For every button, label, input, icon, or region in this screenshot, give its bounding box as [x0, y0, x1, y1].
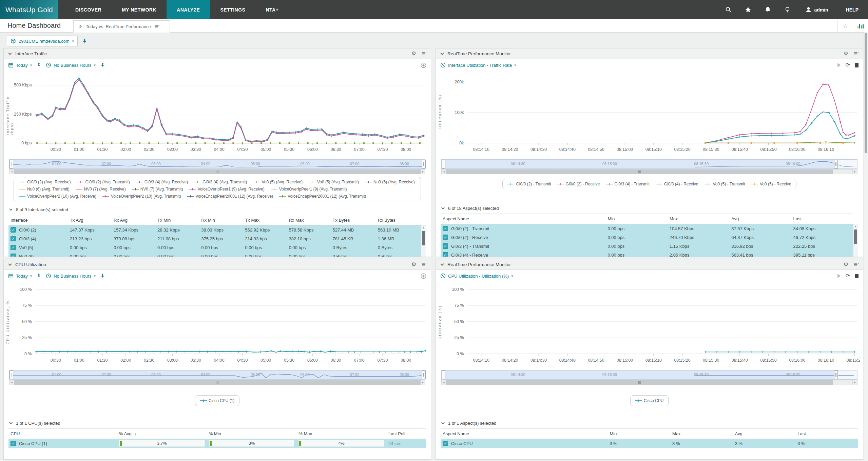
panel-menu-icon[interactable] — [422, 52, 427, 56]
legend-item[interactable]: Gi0/3 (4) - Transmit — [606, 181, 649, 187]
row-checkbox[interactable]: ✓ — [11, 236, 16, 241]
collapse-chevron-icon[interactable] — [440, 52, 444, 56]
legend-item[interactable]: VoiceEncapPeer20001 (12) (Avg. Transmit) — [279, 193, 366, 200]
business-hours-dropdown[interactable]: No Business Hours — [54, 63, 91, 68]
scrollbar-thumb[interactable] — [14, 380, 421, 385]
legend-item[interactable]: Vo0 (5) (Avg. Transmit) — [309, 179, 359, 185]
collapse-chevron-icon[interactable] — [8, 262, 12, 267]
row-checkbox[interactable]: ✓ — [11, 245, 16, 250]
table-row[interactable]: ✓Gi0/3 (4) - Transmit0.00 bps1.15 Kbps31… — [441, 242, 853, 250]
page-scrollbar[interactable] — [864, 32, 868, 461]
scroll-down-arrow[interactable]: ▼ — [421, 256, 426, 257]
monitor-dropdown[interactable]: Interface Utilization - Traffic Rate — [448, 63, 512, 68]
reports-chart-button[interactable] — [853, 19, 868, 32]
table-row[interactable]: ✓Cisco CPU (1)3.7%3%4%44 sec — [8, 439, 426, 448]
legend-item[interactable]: Gi0/0 (2) (Avg. Receive) — [19, 179, 71, 185]
column-header[interactable]: Aspect Name — [441, 429, 607, 439]
row-checkbox[interactable]: ✓ — [11, 441, 16, 446]
legend-item[interactable]: Gi0/3 (4) - Receive — [656, 181, 698, 187]
selector-handle-right[interactable] — [834, 160, 838, 168]
table-row[interactable]: ✓Vo0 (5)0.00 bps0.00 bps0.00 bps0.00 bps… — [8, 243, 421, 252]
panel-menu-icon[interactable] — [854, 262, 859, 267]
legend-item[interactable]: Gi0/0 (2) - Transmit — [507, 181, 551, 187]
legend-item[interactable]: Gi0/0 (2) - Receive — [557, 181, 600, 187]
gear-icon[interactable]: ⚙ — [411, 262, 416, 267]
column-header[interactable]: Rx Bytes — [376, 215, 421, 225]
legend-item[interactable]: Vo0 (5) - Transmit — [705, 181, 745, 187]
help-link[interactable]: HELP — [836, 0, 868, 19]
range-selector[interactable]: 01:0002:0003:0004:0005:0006:0007:0008:00 — [9, 370, 425, 380]
gear-icon[interactable]: ⚙ — [844, 51, 848, 56]
legend-item[interactable]: VoiceOverIpPeer2 (10) (Avg. Transmit) — [102, 193, 181, 200]
table-row[interactable]: ✓Gi0/0 (2) - Receive0.00 bps246.70 Kbps6… — [441, 233, 853, 242]
brand-logo[interactable]: WhatsUp Gold — [0, 0, 58, 19]
pin-date-icon[interactable] — [36, 274, 41, 279]
realtime-link-icon[interactable] — [421, 273, 426, 279]
device-pin-icon[interactable] — [82, 38, 88, 44]
tab-menu-icon[interactable] — [154, 24, 159, 29]
legend-item[interactable]: VoiceEncapPeer20001 (12) (Avg. Receive) — [187, 193, 273, 200]
column-header[interactable]: Tx Max — [243, 215, 287, 225]
stop-button[interactable] — [855, 63, 859, 67]
column-header[interactable]: Max — [670, 429, 733, 439]
play-button[interactable] — [837, 63, 841, 67]
selector-scrollbar[interactable]: ◂▸ — [9, 380, 425, 385]
table-row[interactable]: ✓Gi0/0 (2)147.37 Kbps157.34 Kbps28.32 Kb… — [8, 225, 421, 235]
nav-item-my-network[interactable]: MY NETWORK — [112, 0, 167, 19]
column-header[interactable]: Tx Bytes — [331, 215, 376, 225]
legend-item[interactable]: Vo0 (5) (Avg. Receive) — [253, 179, 303, 185]
legend-item[interactable]: Vo0 (5) - Receive — [751, 181, 791, 187]
pin-hours-icon[interactable] — [100, 274, 105, 279]
column-header[interactable]: Tx Avg — [68, 215, 112, 225]
legend-item[interactable]: NV0 (7) (Avg. Receive) — [76, 186, 126, 193]
row-checkbox[interactable]: ✓ — [443, 441, 448, 446]
legend-item[interactable]: Cisco CPU — [635, 397, 664, 404]
table-row[interactable]: ✓Gi0/0 (2) - Transmit0.00 bps104.57 Kbps… — [441, 224, 853, 233]
selector-handle-left[interactable] — [442, 370, 445, 379]
scroll-up-arrow[interactable]: ▲ — [853, 224, 858, 228]
scroll-right-arrow[interactable]: ▸ — [420, 380, 425, 385]
dashboard-tab[interactable]: Today vs. RealTime Performance — [73, 20, 170, 33]
column-header[interactable]: Min — [605, 214, 667, 224]
column-header[interactable]: Last — [791, 214, 853, 224]
range-selector[interactable]: 01:0002:0003:0004:0005:0006:0007:0008:00 — [9, 159, 425, 169]
collapse-chevron-icon[interactable] — [441, 206, 445, 210]
legend-item[interactable]: Gi0/0 (2) (Avg. Transmit) — [77, 179, 130, 185]
stop-button[interactable] — [855, 274, 859, 278]
selector-handle-left[interactable] — [9, 160, 13, 168]
pin-date-icon[interactable] — [36, 63, 41, 68]
selector-handle-right[interactable] — [422, 160, 426, 168]
refresh-icon[interactable]: ⟳ — [846, 62, 850, 68]
scroll-left-arrow[interactable]: ◂ — [9, 169, 14, 174]
selector-handle-right[interactable] — [834, 370, 838, 379]
play-button[interactable] — [837, 274, 841, 278]
row-checkbox[interactable]: ✓ — [443, 252, 448, 257]
scroll-up-arrow[interactable]: ▲ — [421, 225, 426, 229]
gear-icon[interactable]: ⚙ — [411, 51, 416, 56]
selector-handle-right[interactable] — [422, 370, 426, 379]
legend-item[interactable]: Nu0 (6) (Avg. Receive) — [365, 179, 415, 185]
table-row[interactable]: ✓Gi0/3 (4) - Receive0.00 bps2.05 Kbps563… — [441, 250, 853, 257]
column-header[interactable]: Rx Avg — [112, 215, 155, 225]
legend-item[interactable]: Nu0 (6) (Avg. Transmit) — [19, 186, 69, 193]
column-header[interactable]: % Max — [296, 429, 386, 439]
search-button[interactable] — [718, 0, 738, 19]
legend-item[interactable]: Gi0/3 (4) (Avg. Receive) — [136, 179, 188, 185]
nav-item-nta-[interactable]: NTA+ — [255, 0, 289, 19]
nav-item-settings[interactable]: SETTINGS — [210, 0, 255, 19]
legend-item[interactable]: VoiceOverIpPeer1 (9) (Avg. Transmit) — [271, 186, 347, 193]
row-checkbox[interactable]: ✓ — [443, 243, 448, 249]
collapse-chevron-icon[interactable] — [9, 207, 13, 212]
table-scrollbar[interactable]: ▲▼ — [853, 224, 858, 257]
collapse-chevron-icon[interactable] — [441, 421, 445, 425]
legend-item[interactable]: NV0 (7) (Avg. Transmit) — [132, 186, 183, 193]
legend-item[interactable]: VoiceOverIpPeer2 (10) (Avg. Receive) — [19, 193, 96, 200]
table-scrollbar-thumb[interactable] — [854, 229, 857, 244]
selector-handle-left[interactable] — [442, 160, 445, 168]
column-header[interactable]: % Min — [207, 429, 297, 439]
scroll-left-arrow[interactable]: ◂ — [442, 169, 446, 174]
column-header[interactable]: Min — [607, 429, 670, 439]
table-row[interactable]: ✓Gi0/3 (4)213.23 bps379.08 bps211.08 bps… — [8, 234, 421, 243]
column-header[interactable]: Last Poll — [386, 429, 426, 439]
table-scrollbar[interactable]: ▲▼ — [421, 225, 426, 257]
